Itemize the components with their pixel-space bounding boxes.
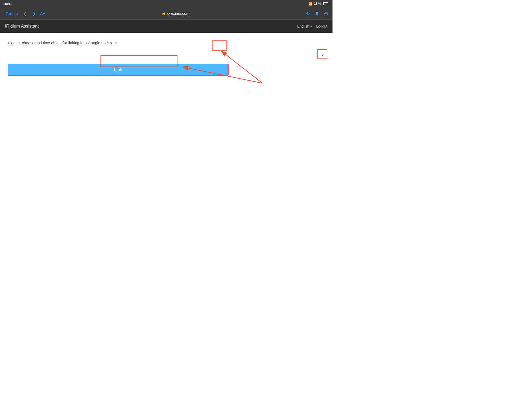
status-bar-right: 📶 18 % (308, 2, 329, 6)
browser-actions: ↻ ⬆ ⊕ (306, 10, 328, 17)
object-select-row: ⌄ (8, 49, 327, 59)
chevron-down-icon: ⌄ (321, 52, 324, 57)
forward-button[interactable]: ❯ (31, 11, 37, 16)
browser-bar: Готово ❮ ❯ AA 🔒 cws.iridi.com ↻ ⬆ ⊕ (0, 7, 332, 20)
browser-nav: Готово ❮ ❯ AA (4, 11, 45, 16)
battery-icon (323, 2, 329, 5)
object-select-input[interactable] (8, 49, 317, 59)
app-nav-right: English ▾ Logout (297, 24, 327, 28)
wifi-icon: 📶 (308, 2, 312, 6)
link-button[interactable]: Link (8, 64, 229, 76)
battery-percent: 18 % (314, 2, 321, 5)
url-text: cws.iridi.com (167, 11, 190, 16)
link-button-wrapper: Link (8, 64, 229, 76)
lock-icon: 🔒 (162, 11, 166, 15)
dropdown-button[interactable]: ⌄ (317, 49, 327, 59)
main-content: Please, choose an i3knx object for linki… (0, 33, 332, 83)
done-button[interactable]: Готово (4, 11, 19, 16)
share-icon[interactable]: ⬆ (315, 10, 319, 17)
time-display: 16:41 (3, 2, 12, 6)
app-title: iRidium Assistant (5, 24, 39, 29)
chevron-down-icon: ▾ (310, 24, 312, 28)
url-bar[interactable]: 🔒 cws.iridi.com (49, 11, 302, 16)
back-button[interactable]: ❮ (22, 11, 28, 16)
status-bar: 16:41 📶 18 % (0, 0, 332, 7)
language-selector[interactable]: English ▾ (297, 24, 312, 28)
tabs-icon[interactable]: ⊕ (324, 10, 328, 17)
logout-button[interactable]: Logout (316, 24, 327, 28)
language-label: English (297, 24, 309, 28)
app-navbar: iRidium Assistant English ▾ Logout (0, 20, 332, 33)
reload-icon[interactable]: ↻ (306, 10, 310, 17)
instruction-text: Please, choose an i3knx object for linki… (8, 41, 327, 45)
text-size-button[interactable]: AA (40, 11, 45, 16)
